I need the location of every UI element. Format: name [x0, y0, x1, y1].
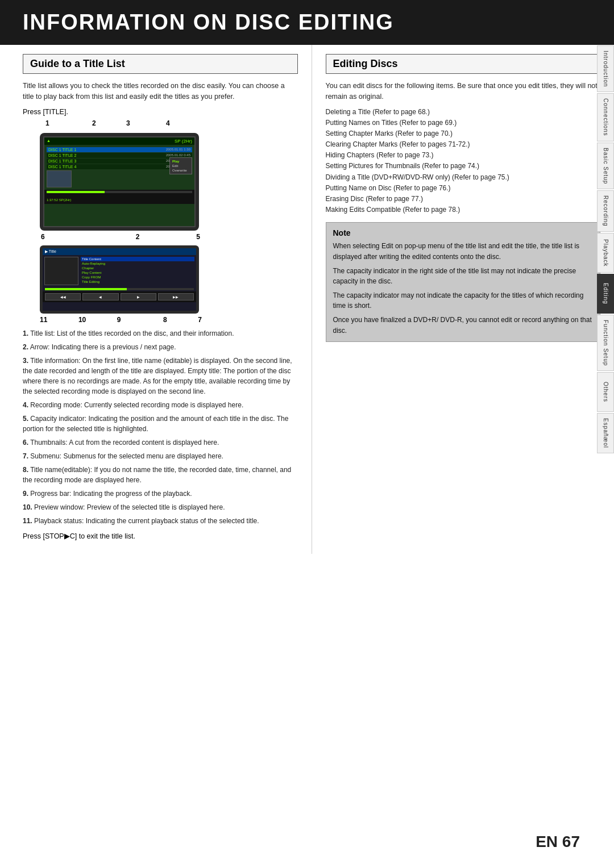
editing-item: Setting Pictures for Thumbnails (Refer t… [326, 161, 601, 172]
sidebar-tab-playback[interactable]: Playback [597, 233, 614, 273]
editing-item: Making Edits Compatible (Refer to page 7… [326, 205, 601, 215]
note-text-3: The capacity indicator may not indicate … [333, 290, 594, 311]
right-intro-text: You can edit discs for the following ite… [326, 81, 601, 102]
tv-screen-1: ▲ SP (2Hr) DISC 1 TITLE 1 2005.01.01 1:3… [40, 133, 199, 231]
tv2-menu: Title Content Auto-Replaying Chapter Pla… [81, 257, 194, 285]
diagram-num-2-bot: 2 [136, 233, 140, 241]
left-column: Guide to a Title List Title list allows … [0, 45, 312, 554]
sidebar-tab-others[interactable]: Others [597, 372, 614, 412]
note-title: Note [333, 228, 594, 237]
page-number: EN 67 [536, 833, 580, 850]
sidebar-tab-others-label: Others [603, 382, 609, 402]
list-item-6: 6. Thumbnails: A cut from the recorded c… [23, 437, 298, 448]
diagram-num-8: 8 [163, 316, 167, 324]
progress-bar [47, 191, 192, 193]
tv2-menu-item: Chapter [81, 266, 194, 270]
press-stop-text: Press [STOP▶C] to exit the title list. [23, 532, 298, 540]
tv-row: DISC 1 TITLE 1 2005.01.01 1:30 [47, 147, 192, 152]
editing-item: Erasing Disc (Refer to page 77.) [326, 194, 601, 205]
diagram-num-6: 6 [41, 233, 45, 241]
progress-fill [47, 191, 105, 193]
numbered-items-list: 1. Title list: List of the titles record… [23, 328, 298, 526]
list-item-11: 11. Playback status: Indicating the curr… [23, 516, 298, 526]
sidebar-tab-connections-label: Connections [603, 98, 609, 136]
tv2-btn: ▶▶ [158, 293, 194, 301]
tv2-btn: ◀◀ [45, 293, 81, 301]
diagram-num-2-top: 2 [92, 119, 96, 127]
editing-item: Putting Names on Titles (Refer to page 6… [326, 118, 601, 128]
tv2-btn: ▶ [121, 293, 156, 301]
sidebar-tab-introduction-label: Introduction [603, 51, 609, 87]
sidebar-tab-espanol[interactable]: Españæol [597, 413, 614, 453]
diagram-num-5: 5 [196, 233, 200, 241]
note-box: Note When selecting Edit on pop-up menu … [326, 222, 601, 342]
list-item-9: 9. Progress bar: Indicating the progress… [23, 489, 298, 499]
sidebar-tab-basic-setup[interactable]: Basic Setup [597, 143, 614, 189]
sidebar-tab-recording[interactable]: Recording [597, 190, 614, 232]
sidebar-tab-introduction[interactable]: Introduction [597, 45, 614, 92]
list-item-5: 5. Capacity indicator: Indicating the po… [23, 414, 298, 434]
list-item-2: 2. Arrow: Indicating there is a previous… [23, 342, 298, 352]
diagram-num-4: 4 [166, 119, 170, 127]
editing-item: Dividing a Title (DVD+RW/DVD-RW only) (R… [326, 172, 601, 183]
left-intro-text: Title list allows you to check the title… [23, 81, 298, 102]
diagram-container: 1 2 3 4 ▲ SP (2Hr) DISC [23, 119, 216, 324]
editing-items-list: Deleting a Title (Refer to page 68.) Put… [326, 107, 601, 216]
sidebar-tab-basic-setup-label: Basic Setup [603, 148, 609, 184]
tv-top-bar: ▲ SP (2Hr) [44, 137, 194, 145]
timestamp: 1:37:52 SP(2Hr) [47, 198, 71, 202]
main-content: Guide to a Title List Title list allows … [0, 45, 614, 554]
editing-item: Clearing Chapter Marks (Refer to pages 7… [326, 139, 601, 150]
diagram-num-3: 3 [126, 119, 130, 127]
tv2-progress-bar [45, 288, 194, 290]
right-section-header: Editing Discs [326, 54, 601, 74]
press-title-label: Press [TITLE]. [23, 108, 298, 116]
tv2-menu-item: Play Content [81, 270, 194, 275]
list-item-3: 3. Title information: On the first line,… [23, 356, 298, 397]
editing-item: Hiding Chapters (Refer to page 73.) [326, 150, 601, 161]
sidebar-tab-espanol-label: Españæol [603, 418, 609, 448]
list-item-8: 8. Title name(editable): If you do not n… [23, 465, 298, 485]
note-text-4: Once you have finalized a DVD+R/ DVD-R, … [333, 315, 594, 336]
tv2-bottom-buttons: ◀◀ ◀ ▶ ▶▶ [43, 291, 196, 302]
sidebar-tab-playback-label: Playback [603, 239, 609, 267]
diagram-num-11: 11 [40, 316, 47, 324]
diagram-num-1: 1 [45, 119, 49, 127]
page-header: INFORMATION ON DISC EDITING [0, 0, 614, 45]
tv2-content: Title Content Auto-Replaying Chapter Pla… [43, 255, 196, 287]
tv2-title-bar: ▶ Title [43, 248, 196, 255]
list-item-1: 1. Title list: List of the titles record… [23, 328, 298, 339]
tv2-menu-item: Copy FROM [81, 275, 194, 279]
left-section-title: Guide to a Title List [30, 58, 291, 70]
tv2-btn: ◀ [82, 293, 118, 301]
tv-screen-2: ▶ Title Title Content Auto-Replaying Cha… [40, 245, 199, 314]
tv-bottom: 1:37:52 SP(2Hr) [44, 190, 194, 204]
note-text-2: The capacity indicator in the right side… [333, 266, 594, 287]
sidebar-tab-function-setup[interactable]: Function Setup [597, 315, 614, 371]
tv2-menu-item: Title Editing [81, 279, 194, 284]
sidebar-tab-recording-label: Recording [603, 195, 609, 227]
tv-mode-box: Play Edit Overwrite [169, 157, 192, 174]
list-item-4: 4. Recording mode: Currently selected re… [23, 400, 298, 410]
right-column: Editing Discs You can edit discs for the… [312, 45, 615, 554]
page-footer: EN 67 [536, 833, 580, 851]
diagram-num-9: 9 [117, 316, 121, 324]
tv2-menu-item: Title Content [81, 257, 194, 261]
diagram-num-10: 10 [78, 316, 86, 324]
editing-item: Deleting a Title (Refer to page 68.) [326, 107, 601, 118]
tv2-progress-fill [45, 288, 127, 290]
sidebar-tab-connections[interactable]: Connections [597, 93, 614, 141]
right-sidebar: Introduction Connections Basic Setup Rec… [597, 45, 614, 453]
left-section-header: Guide to a Title List [23, 54, 298, 74]
sidebar-tab-editing[interactable]: Editing [597, 274, 614, 314]
sidebar-tab-function-setup-label: Function Setup [603, 320, 609, 366]
page-title: INFORMATION ON DISC EDITING [23, 10, 591, 35]
right-section-title: Editing Discs [333, 58, 594, 70]
editing-item: Putting Name on Disc (Refer to page 76.) [326, 183, 601, 194]
tv2-preview-window [44, 257, 78, 285]
tv2-menu-item: Auto-Replaying [81, 261, 194, 266]
editing-item: Setting Chapter Marks (Refer to page 70.… [326, 128, 601, 139]
list-item-7: 7. Submenu: Submenus for the selected me… [23, 451, 298, 461]
note-text-1: When selecting Edit on pop-up menu of th… [333, 241, 594, 262]
sidebar-tab-editing-label: Editing [603, 283, 609, 304]
